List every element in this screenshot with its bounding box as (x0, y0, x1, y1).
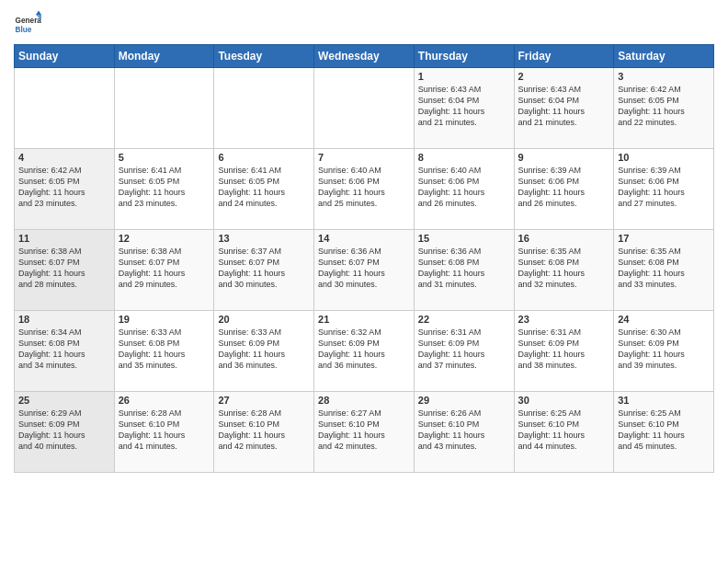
calendar-cell (15, 68, 115, 149)
weekday-header-thursday: Thursday (414, 45, 514, 68)
day-info: Sunrise: 6:38 AM Sunset: 6:07 PM Dayligh… (18, 246, 110, 291)
day-info: Sunrise: 6:43 AM Sunset: 6:04 PM Dayligh… (518, 84, 610, 129)
calendar-cell: 12Sunrise: 6:38 AM Sunset: 6:07 PM Dayli… (114, 230, 214, 311)
calendar-table: SundayMondayTuesdayWednesdayThursdayFrid… (14, 44, 714, 473)
day-number: 11 (18, 233, 110, 244)
calendar-cell: 6Sunrise: 6:41 AM Sunset: 6:05 PM Daylig… (214, 149, 314, 230)
day-info: Sunrise: 6:37 AM Sunset: 6:07 PM Dayligh… (218, 246, 310, 291)
calendar-cell: 3Sunrise: 6:42 AM Sunset: 6:05 PM Daylig… (614, 68, 714, 149)
day-info: Sunrise: 6:25 AM Sunset: 6:10 PM Dayligh… (618, 408, 710, 453)
weekday-header-saturday: Saturday (614, 45, 714, 68)
svg-marker-2 (36, 11, 41, 16)
calendar-cell: 30Sunrise: 6:25 AM Sunset: 6:10 PM Dayli… (514, 392, 614, 473)
weekday-header-wednesday: Wednesday (314, 45, 415, 68)
day-number: 3 (618, 71, 710, 82)
day-info: Sunrise: 6:42 AM Sunset: 6:05 PM Dayligh… (18, 165, 110, 210)
calendar-cell (114, 68, 214, 149)
week-row-5: 25Sunrise: 6:29 AM Sunset: 6:09 PM Dayli… (15, 392, 714, 473)
day-info: Sunrise: 6:29 AM Sunset: 6:09 PM Dayligh… (18, 408, 110, 453)
logo: General Blue (14, 9, 41, 37)
day-number: 1 (418, 71, 510, 82)
day-info: Sunrise: 6:34 AM Sunset: 6:08 PM Dayligh… (18, 327, 110, 372)
calendar-body: 1Sunrise: 6:43 AM Sunset: 6:04 PM Daylig… (15, 68, 714, 473)
calendar-cell: 22Sunrise: 6:31 AM Sunset: 6:09 PM Dayli… (414, 311, 514, 392)
day-info: Sunrise: 6:40 AM Sunset: 6:06 PM Dayligh… (418, 165, 510, 210)
weekday-header-friday: Friday (514, 45, 614, 68)
day-info: Sunrise: 6:39 AM Sunset: 6:06 PM Dayligh… (518, 165, 610, 210)
day-number: 22 (418, 314, 510, 325)
day-number: 29 (418, 395, 510, 406)
day-info: Sunrise: 6:26 AM Sunset: 6:10 PM Dayligh… (418, 408, 510, 453)
day-number: 30 (518, 395, 610, 406)
day-number: 18 (18, 314, 110, 325)
day-info: Sunrise: 6:25 AM Sunset: 6:10 PM Dayligh… (518, 408, 610, 453)
calendar-cell: 5Sunrise: 6:41 AM Sunset: 6:05 PM Daylig… (114, 149, 214, 230)
page-container: General Blue SundayMondayTuesdayWednesda… (0, 0, 728, 563)
week-row-1: 1Sunrise: 6:43 AM Sunset: 6:04 PM Daylig… (15, 68, 714, 149)
day-number: 21 (318, 314, 410, 325)
calendar-cell: 14Sunrise: 6:36 AM Sunset: 6:07 PM Dayli… (314, 230, 415, 311)
calendar-cell: 31Sunrise: 6:25 AM Sunset: 6:10 PM Dayli… (614, 392, 714, 473)
weekday-header-sunday: Sunday (15, 45, 115, 68)
day-info: Sunrise: 6:36 AM Sunset: 6:08 PM Dayligh… (418, 246, 510, 291)
calendar-cell: 28Sunrise: 6:27 AM Sunset: 6:10 PM Dayli… (314, 392, 415, 473)
day-number: 2 (518, 71, 610, 82)
calendar-cell: 13Sunrise: 6:37 AM Sunset: 6:07 PM Dayli… (214, 230, 314, 311)
day-info: Sunrise: 6:27 AM Sunset: 6:10 PM Dayligh… (318, 408, 410, 453)
day-info: Sunrise: 6:40 AM Sunset: 6:06 PM Dayligh… (318, 165, 410, 210)
day-info: Sunrise: 6:30 AM Sunset: 6:09 PM Dayligh… (618, 327, 710, 372)
day-number: 10 (618, 152, 710, 163)
day-number: 26 (119, 395, 210, 406)
day-info: Sunrise: 6:33 AM Sunset: 6:09 PM Dayligh… (218, 327, 310, 372)
calendar-cell: 19Sunrise: 6:33 AM Sunset: 6:08 PM Dayli… (114, 311, 214, 392)
svg-text:General: General (16, 17, 42, 25)
day-number: 6 (218, 152, 310, 163)
calendar-cell: 9Sunrise: 6:39 AM Sunset: 6:06 PM Daylig… (514, 149, 614, 230)
calendar-cell: 1Sunrise: 6:43 AM Sunset: 6:04 PM Daylig… (414, 68, 514, 149)
calendar-cell: 21Sunrise: 6:32 AM Sunset: 6:09 PM Dayli… (314, 311, 415, 392)
day-info: Sunrise: 6:42 AM Sunset: 6:05 PM Dayligh… (618, 84, 710, 129)
calendar-cell: 4Sunrise: 6:42 AM Sunset: 6:05 PM Daylig… (15, 149, 115, 230)
day-number: 13 (218, 233, 310, 244)
calendar-cell: 15Sunrise: 6:36 AM Sunset: 6:08 PM Dayli… (414, 230, 514, 311)
day-number: 4 (18, 152, 110, 163)
calendar-cell: 20Sunrise: 6:33 AM Sunset: 6:09 PM Dayli… (214, 311, 314, 392)
day-number: 7 (318, 152, 410, 163)
calendar-cell: 25Sunrise: 6:29 AM Sunset: 6:09 PM Dayli… (15, 392, 115, 473)
calendar-cell: 16Sunrise: 6:35 AM Sunset: 6:08 PM Dayli… (514, 230, 614, 311)
day-info: Sunrise: 6:28 AM Sunset: 6:10 PM Dayligh… (218, 408, 310, 453)
calendar-cell: 26Sunrise: 6:28 AM Sunset: 6:10 PM Dayli… (114, 392, 214, 473)
calendar-cell: 10Sunrise: 6:39 AM Sunset: 6:06 PM Dayli… (614, 149, 714, 230)
day-info: Sunrise: 6:43 AM Sunset: 6:04 PM Dayligh… (418, 84, 510, 129)
calendar-cell: 27Sunrise: 6:28 AM Sunset: 6:10 PM Dayli… (214, 392, 314, 473)
header: General Blue (14, 9, 714, 37)
week-row-2: 4Sunrise: 6:42 AM Sunset: 6:05 PM Daylig… (15, 149, 714, 230)
day-number: 14 (318, 233, 410, 244)
day-number: 12 (119, 233, 210, 244)
day-number: 15 (418, 233, 510, 244)
calendar-cell: 2Sunrise: 6:43 AM Sunset: 6:04 PM Daylig… (514, 68, 614, 149)
day-number: 9 (518, 152, 610, 163)
day-number: 31 (618, 395, 710, 406)
weekday-header-tuesday: Tuesday (214, 45, 314, 68)
calendar-cell: 17Sunrise: 6:35 AM Sunset: 6:08 PM Dayli… (614, 230, 714, 311)
calendar-cell: 11Sunrise: 6:38 AM Sunset: 6:07 PM Dayli… (15, 230, 115, 311)
calendar-cell: 7Sunrise: 6:40 AM Sunset: 6:06 PM Daylig… (314, 149, 415, 230)
day-info: Sunrise: 6:38 AM Sunset: 6:07 PM Dayligh… (119, 246, 210, 291)
calendar-cell: 8Sunrise: 6:40 AM Sunset: 6:06 PM Daylig… (414, 149, 514, 230)
svg-text:Blue: Blue (16, 26, 32, 34)
calendar-cell: 18Sunrise: 6:34 AM Sunset: 6:08 PM Dayli… (15, 311, 115, 392)
day-info: Sunrise: 6:41 AM Sunset: 6:05 PM Dayligh… (218, 165, 310, 210)
weekday-header-row: SundayMondayTuesdayWednesdayThursdayFrid… (15, 45, 714, 68)
calendar-header: SundayMondayTuesdayWednesdayThursdayFrid… (15, 45, 714, 68)
day-number: 25 (18, 395, 110, 406)
day-number: 27 (218, 395, 310, 406)
day-info: Sunrise: 6:33 AM Sunset: 6:08 PM Dayligh… (119, 327, 210, 372)
day-number: 19 (119, 314, 210, 325)
day-info: Sunrise: 6:28 AM Sunset: 6:10 PM Dayligh… (119, 408, 210, 453)
logo-icon: General Blue (14, 9, 41, 37)
day-number: 16 (518, 233, 610, 244)
day-info: Sunrise: 6:35 AM Sunset: 6:08 PM Dayligh… (518, 246, 610, 291)
calendar-cell: 29Sunrise: 6:26 AM Sunset: 6:10 PM Dayli… (414, 392, 514, 473)
day-info: Sunrise: 6:39 AM Sunset: 6:06 PM Dayligh… (618, 165, 710, 210)
